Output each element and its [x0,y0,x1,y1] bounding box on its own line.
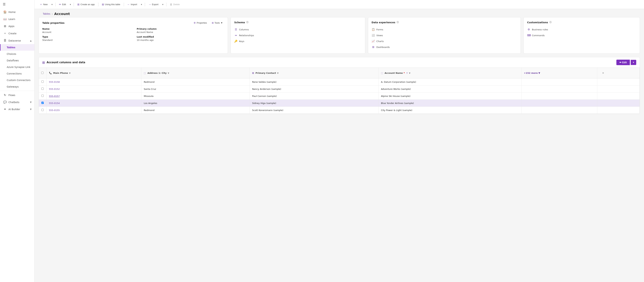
delete-button[interactable]: 🗑 Delete [168,2,182,7]
row5-checkbox[interactable] [42,109,44,111]
table-section-title: ⊞ Account columns and data [42,61,85,64]
row5-phone-link[interactable]: 555-0155 [49,109,60,112]
row2-checkbox[interactable] [42,88,44,90]
row2-checkbox-cell[interactable] [39,86,46,93]
edit-table-button[interactable]: ✏ Edit [616,60,630,65]
row5-account-name: City Power & Light (sample) [378,107,522,114]
schema-relationships-link[interactable]: ⇔ Relationships [234,32,362,38]
sidebar-item-tables[interactable]: Tables [0,44,34,51]
properties-button[interactable]: ⚙ Properties [192,21,208,25]
sidebar-item-apps[interactable]: ⊞ Apps [0,22,34,30]
views-label: Views [376,34,383,37]
using-table-button[interactable]: ⊞ Using this table [100,2,122,7]
customizations-info-icon[interactable]: ⓘ [550,21,552,24]
row2-more [522,86,597,93]
primary-contact-header[interactable]: ⊞ Primary Contact ▼ [250,68,378,78]
row4-primary-contact: Sidney Higa (sample) [250,100,378,107]
row1-primary-contact: Rene Valdes (sample) [250,78,378,86]
row1-checkbox-cell[interactable] [39,78,46,86]
sidebar-item-custom-connectors[interactable]: Custom Connectors [0,77,34,83]
row3-more [522,93,597,100]
hamburger-icon[interactable]: ☰ [0,0,34,8]
row4-checkbox[interactable] [42,102,44,104]
last-modified-label: Last modified [137,35,224,38]
views-icon: ⬜ [372,34,375,37]
tools-button[interactable]: ⊞ Tools ▼ [210,21,224,25]
sidebar-item-flows[interactable]: ↻ Flows [0,92,34,99]
toolbar-divider-2 [74,2,74,6]
more-columns-header[interactable]: +152 more ▼ [522,68,597,78]
data-exp-info-icon[interactable]: ⓘ [397,21,399,24]
row1-checkbox[interactable] [42,81,44,83]
row4-more [522,100,597,107]
sidebar-item-chatbots[interactable]: 💬 Chatbots ▼ [0,99,34,106]
schema-keys-link[interactable]: 🔑 Keys [234,38,362,44]
views-link[interactable]: ⬜ Views [372,32,517,38]
sidebar-item-label: Dataverse [8,39,21,42]
schema-columns-link[interactable]: ☰ Columns [234,26,362,32]
row5-extra [597,107,640,114]
edit-label: Edit [62,3,66,6]
charts-icon: 📈 [372,40,375,43]
main-phone-header[interactable]: 📞 Main Phone ▼ [46,68,141,78]
header-checkbox[interactable] [41,72,44,74]
create-app-button[interactable]: ⊞ Create an app [76,2,96,7]
business-rules-link[interactable]: ⚙ Business rules [527,26,636,32]
table-row: 555-0154 Los Angeles Sidney Higa (sample… [39,100,640,107]
import-chevron-button[interactable]: ▼ [140,2,143,6]
sidebar-item-ai-builder[interactable]: ✦ AI Builder ▼ [0,106,34,113]
row1-account-name: A. Datum Corporation (sample) [378,78,522,86]
address-city-col-chevron: ▼ [168,72,169,74]
row3-checkbox-cell[interactable] [39,93,46,100]
select-all-checkbox[interactable] [39,68,46,78]
commands-link[interactable]: ⌨ Commands [527,32,636,38]
add-column-button[interactable]: ＋ [600,70,606,76]
sidebar-item-dataflows[interactable]: Dataflows [0,57,34,64]
dashboards-link[interactable]: ⊞ Dashboards [372,44,517,50]
row3-checkbox[interactable] [42,95,44,97]
sidebar-item-dataverse[interactable]: 🗄 Dataverse ▲ [0,37,34,44]
row5-checkbox-cell[interactable] [39,107,46,114]
breadcrumb-tables-link[interactable]: Tables [43,12,50,15]
business-rules-label: Business rules [532,28,548,31]
export-button[interactable]: → Export [147,2,160,7]
create-icon: ＋ [3,31,7,35]
columns-icon: ☰ [234,28,238,31]
row3-phone-link[interactable]: 555-0157 [49,95,60,97]
row3-address-city: Missoula [141,93,250,100]
new-chevron-button[interactable]: ▼ [50,2,54,6]
edit-chevron-button[interactable]: ▼ [69,2,72,6]
row2-phone-link[interactable]: 555-0152 [49,88,60,90]
schema-info-icon[interactable]: ⓘ [246,21,248,24]
edit-table-chevron-button[interactable]: ▼ [631,60,636,65]
new-label: New [43,3,48,6]
forms-link[interactable]: 📋 Forms [372,26,517,32]
sidebar-item-home[interactable]: 🏠 Home [0,8,34,15]
charts-link[interactable]: 📈 Charts [372,38,517,44]
row4-address-city: Los Angeles [141,100,250,107]
edit-button[interactable]: ✏ Edit [57,2,68,7]
sidebar-item-connections[interactable]: Connections [0,70,34,77]
account-name-header[interactable]: ⬚ Account Name * ↑ ▼ [378,68,522,78]
row3-account-name: Alpine Ski House (sample) [378,93,522,100]
sidebar-item-gateways[interactable]: Gateways [0,83,34,90]
dataverse-expand-icon: ▲ [30,39,32,42]
sidebar-item-learn[interactable]: 📖 Learn [0,15,34,22]
export-chevron-button[interactable]: ▼ [161,2,164,6]
row4-checkbox-cell[interactable] [39,100,46,107]
row1-phone-link[interactable]: 555-0158 [49,81,60,83]
row1-more [522,78,597,86]
sidebar-item-choices[interactable]: Choices [0,51,34,57]
row2-address-city: Santa Cruz [141,86,250,93]
add-column-header[interactable]: ＋ [597,68,640,78]
row4-phone-link[interactable]: 555-0154 [49,102,60,105]
import-button[interactable]: ← Import [126,2,139,7]
breadcrumb-separator: › [52,12,53,15]
sidebar-item-azure-synapse[interactable]: Azure Synapse Link [0,64,34,70]
account-name-sort-icon: ↑ [406,72,408,74]
address-city-header[interactable]: ⬚ Address 1: City ▼ [141,68,250,78]
create-app-icon: ⊞ [77,3,80,6]
new-button[interactable]: ＋ New [38,2,49,7]
main-content: ＋ New ▼ ✏ Edit ▼ ⊞ Create an app ⊞ Using… [34,0,644,282]
sidebar-item-create[interactable]: ＋ Create [0,30,34,37]
